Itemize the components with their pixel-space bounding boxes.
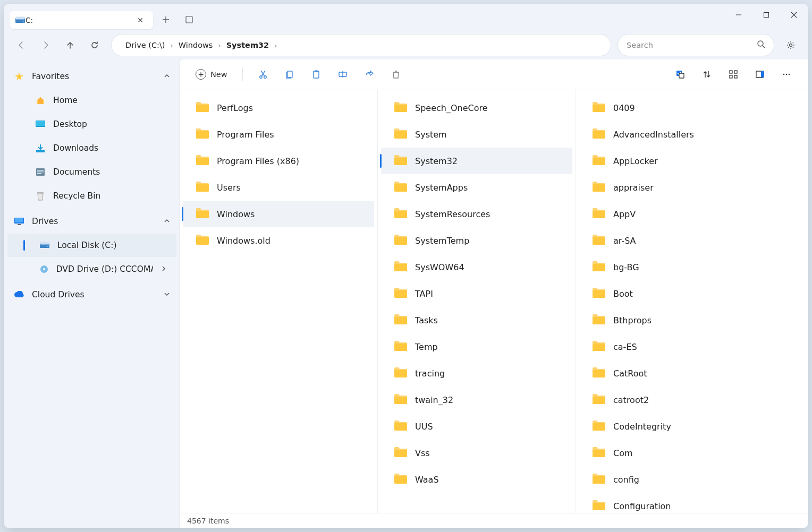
svg-point-2 — [23, 21, 24, 22]
column-1[interactable]: PerfLogsProgram FilesProgram Files (x86)… — [180, 89, 378, 513]
details-pane-button[interactable] — [748, 65, 772, 84]
sidebar-section-favorites[interactable]: ★ Favorites — [4, 65, 180, 88]
folder-item[interactable]: tracing — [381, 360, 572, 387]
copy-button[interactable] — [278, 65, 301, 84]
sidebar-item-local-disk-c[interactable]: Local Disk (C:) — [7, 234, 176, 257]
folder-item[interactable]: config — [579, 466, 771, 493]
folder-item[interactable]: UUS — [381, 413, 572, 440]
chevron-down-icon — [164, 291, 170, 299]
cut-button[interactable] — [251, 65, 275, 84]
paste-button[interactable] — [304, 65, 328, 84]
sidebar-section-drives[interactable]: Drives — [4, 210, 180, 233]
folder-label: Program Files — [217, 130, 274, 140]
folder-item[interactable]: AppLocker — [579, 148, 771, 174]
folder-item[interactable]: PerfLogs — [183, 95, 374, 121]
folder-item[interactable]: Windows — [183, 201, 374, 227]
folder-item[interactable]: Vss — [381, 440, 572, 466]
folder-label: System — [415, 130, 447, 140]
minimize-button[interactable] — [725, 4, 752, 25]
folder-item[interactable]: SysWOW64 — [381, 254, 572, 280]
folder-item[interactable]: CatRoot — [579, 360, 771, 387]
folder-item[interactable]: 0409 — [579, 95, 771, 121]
folder-item[interactable]: Program Files — [183, 121, 374, 148]
folder-icon — [196, 154, 209, 168]
folder-item[interactable]: CodeIntegrity — [579, 413, 771, 440]
sort-button[interactable] — [695, 65, 718, 84]
folder-item[interactable]: Temp — [381, 333, 572, 360]
folder-item[interactable]: SystemTemp — [381, 227, 572, 254]
select-toggle-button[interactable] — [669, 65, 692, 84]
svg-rect-26 — [314, 71, 319, 78]
folder-item[interactable]: twain_32 — [381, 387, 572, 413]
folder-item[interactable]: ca-ES — [579, 333, 771, 360]
sidebar-item-recycle-bin[interactable]: Recycle Bin — [7, 184, 176, 208]
breadcrumb-item[interactable]: Drive (C:\) — [121, 39, 169, 52]
new-button[interactable]: + New — [189, 65, 234, 84]
folder-item[interactable]: TAPI — [381, 280, 572, 307]
folder-item[interactable]: Bthprops — [579, 307, 771, 333]
folder-item[interactable]: SystemResources — [381, 201, 572, 227]
more-options-button[interactable] — [775, 65, 798, 84]
browser-tab[interactable]: C: ✕ — [10, 11, 153, 29]
up-button[interactable] — [60, 35, 81, 56]
folder-item[interactable]: Users — [183, 174, 374, 201]
breadcrumb[interactable]: Drive (C:\) › Windows › System32 › — [112, 35, 611, 56]
folder-item[interactable]: bg-BG — [579, 254, 771, 280]
folder-icon — [394, 446, 408, 460]
svg-rect-13 — [37, 173, 41, 174]
sidebar-item-documents[interactable]: Documents — [7, 160, 176, 184]
column-3[interactable]: 0409AdvancedInstallersAppLockerappraiser… — [576, 89, 774, 513]
search-box[interactable] — [618, 35, 774, 56]
folder-item[interactable]: SystemApps — [381, 174, 572, 201]
folder-item[interactable]: catroot2 — [579, 387, 771, 413]
svg-rect-34 — [734, 75, 737, 78]
folder-item[interactable]: AppV — [579, 201, 771, 227]
sidebar-section-cloud-drives[interactable]: Cloud Drives — [4, 283, 180, 306]
folder-icon — [394, 340, 408, 354]
folder-item[interactable]: WaaS — [381, 466, 572, 493]
breadcrumb-item-current[interactable]: System32 — [222, 39, 274, 52]
forward-button[interactable] — [35, 35, 56, 56]
folder-item[interactable]: appraiser — [579, 174, 771, 201]
folder-label: tracing — [415, 368, 445, 379]
chevron-right-icon — [160, 265, 167, 273]
folder-item[interactable]: System32 — [381, 148, 572, 174]
search-input[interactable] — [627, 41, 757, 49]
column-2[interactable]: Speech_OneCoreSystemSystem32SystemAppsSy… — [378, 89, 576, 513]
breadcrumb-item[interactable]: Windows — [174, 39, 217, 52]
svg-rect-14 — [37, 192, 44, 193]
tab-close-button[interactable]: ✕ — [133, 13, 148, 28]
sidebar-item-label: Desktop — [53, 119, 87, 129]
folder-item[interactable]: AdvancedInstallers — [579, 121, 771, 148]
sidebar-item-dvd-drive[interactable]: DVD Drive (D:) CCCOMA_X — [7, 258, 176, 281]
svg-rect-16 — [15, 218, 23, 222]
back-button[interactable] — [11, 35, 32, 56]
folder-item[interactable]: Boot — [579, 280, 771, 307]
folder-item[interactable]: Windows.old — [183, 227, 374, 254]
folder-item[interactable]: ar-SA — [579, 227, 771, 254]
new-tab-button[interactable] — [155, 9, 176, 30]
view-options-button[interactable] — [722, 65, 745, 84]
refresh-button[interactable] — [84, 35, 105, 56]
sidebar-item-downloads[interactable]: Downloads — [7, 136, 176, 160]
share-button[interactable] — [358, 65, 381, 84]
close-window-button[interactable] — [780, 4, 808, 25]
svg-rect-4 — [764, 13, 769, 18]
status-text: 4567 items — [187, 517, 229, 525]
folder-item[interactable]: Speech_OneCore — [381, 95, 572, 121]
folder-label: Windows.old — [217, 236, 270, 246]
folder-item[interactable]: Com — [579, 440, 771, 466]
folder-item[interactable]: Configuration — [579, 493, 771, 513]
maximize-button[interactable] — [752, 4, 780, 25]
folder-item[interactable]: System — [381, 121, 572, 148]
sidebar-item-home[interactable]: Home — [7, 89, 176, 112]
settings-button[interactable] — [780, 35, 801, 56]
folder-label: TAPI — [415, 289, 433, 299]
svg-point-38 — [786, 73, 788, 75]
delete-button[interactable] — [384, 65, 408, 84]
sidebar-item-desktop[interactable]: Desktop — [7, 113, 176, 136]
folder-item[interactable]: Program Files (x86) — [183, 148, 374, 174]
rename-button[interactable] — [331, 65, 354, 84]
folder-item[interactable]: Tasks — [381, 307, 572, 333]
tab-overview-button[interactable] — [179, 9, 200, 30]
